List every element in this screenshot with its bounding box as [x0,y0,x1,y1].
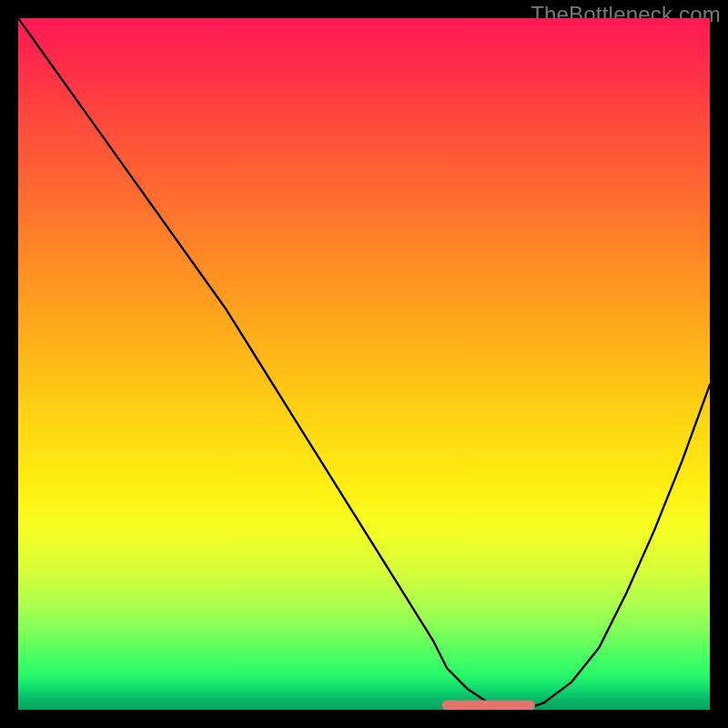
chart-frame: TheBottleneck.com [0,0,728,728]
main-curve [18,18,710,710]
plot-area [18,18,710,710]
curve-layer [18,18,710,710]
